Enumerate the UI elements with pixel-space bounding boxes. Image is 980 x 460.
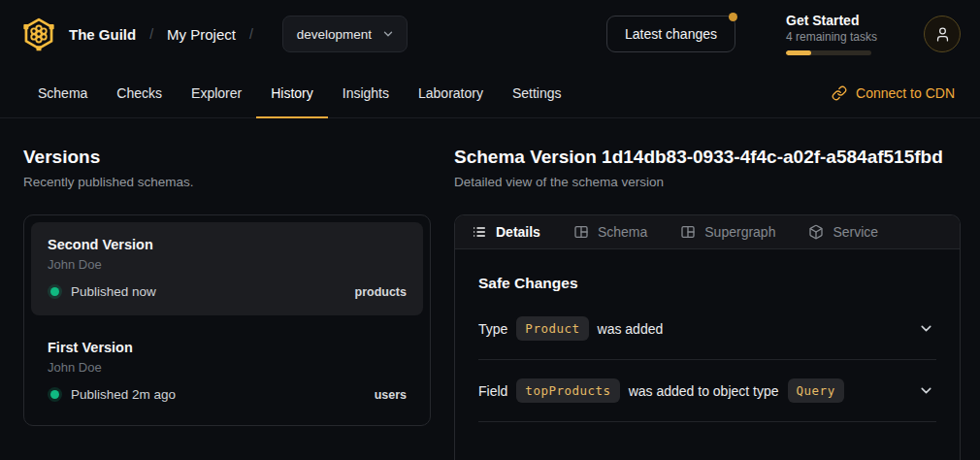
main-nav: Schema Checks Explorer History Insights … (0, 68, 980, 118)
top-header: The Guild / My Project / development Lat… (0, 0, 980, 68)
change-prefix: Type (478, 321, 507, 337)
code-badge: Product (516, 316, 588, 341)
version-name: Second Version (48, 237, 407, 252)
detail-tab-schema[interactable]: Schema (573, 224, 647, 240)
notification-dot (729, 13, 737, 21)
cube-icon (808, 224, 824, 240)
progress-fill (786, 50, 811, 55)
breadcrumb-org[interactable]: The Guild (69, 26, 136, 43)
tab-laboratory[interactable]: Laboratory (404, 68, 498, 117)
code-badge: topProducts (516, 378, 619, 403)
chevron-down-icon[interactable] (918, 320, 934, 337)
version-meta-row: Published 2m ago users (48, 387, 407, 402)
versions-list: Second Version John Doe Published now pr… (23, 214, 431, 426)
user-menu-button[interactable] (924, 16, 961, 52)
version-name: First Version (48, 340, 407, 355)
detail-body: Safe Changes Type Product was added Fiel… (455, 249, 960, 422)
code-badge: Query (788, 378, 844, 403)
version-meta-row: Published now products (48, 284, 407, 299)
get-started-widget[interactable]: Get Started 4 remaining tasks (786, 13, 873, 55)
published-status-dot (50, 287, 59, 296)
target-selector-dropdown[interactable]: development (282, 16, 408, 52)
detail-tabs: Details Schema Sup (455, 215, 960, 249)
detail-tab-label: Supergraph (704, 224, 775, 240)
detail-tab-supergraph[interactable]: Supergraph (680, 224, 775, 240)
hive-logo-icon[interactable] (21, 16, 56, 51)
change-suffix: was added (598, 321, 664, 337)
breadcrumb-separator: / (149, 26, 153, 42)
content-area: Versions Recently published schemas. Sec… (0, 118, 980, 460)
published-time: Published now (71, 284, 156, 299)
change-row-type-added[interactable]: Type Product was added (478, 298, 936, 360)
breadcrumb-separator: / (249, 26, 253, 42)
versions-column: Versions Recently published schemas. Sec… (23, 146, 431, 460)
schema-version-column: Schema Version 1d14db83-0933-4f4c-a02f-a… (454, 146, 961, 460)
target-selector-value: development (297, 27, 372, 42)
service-name: users (375, 388, 407, 402)
latest-changes-button[interactable]: Latest changes (606, 16, 735, 52)
tab-checks[interactable]: Checks (102, 68, 177, 117)
safe-changes-heading: Safe Changes (478, 275, 936, 292)
detail-tab-label: Schema (598, 224, 647, 240)
tab-settings[interactable]: Settings (498, 68, 576, 117)
layout-columns-icon (573, 224, 589, 240)
versions-title: Versions (23, 146, 431, 168)
detail-tab-service[interactable]: Service (808, 224, 878, 240)
chevron-down-icon (381, 27, 395, 41)
change-row-field-added[interactable]: Field topProducts was added to object ty… (478, 360, 936, 422)
version-author: John Doe (48, 360, 407, 375)
tab-explorer[interactable]: Explorer (177, 68, 256, 117)
divider (31, 315, 423, 325)
latest-changes-label: Latest changes (625, 26, 717, 42)
service-name: products (355, 285, 407, 299)
schema-version-subtitle: Detailed view of the schema version (454, 175, 961, 189)
version-list-item-first[interactable]: First Version John Doe Published 2m ago … (31, 325, 423, 418)
versions-subtitle: Recently published schemas. (23, 175, 431, 189)
schema-version-detail-panel: Details Schema Sup (454, 214, 961, 460)
detail-tab-details[interactable]: Details (472, 224, 540, 240)
link-icon (832, 85, 847, 101)
breadcrumb-project[interactable]: My Project (167, 26, 236, 43)
chevron-down-icon[interactable] (918, 382, 934, 399)
tab-schema[interactable]: Schema (23, 68, 102, 117)
version-author: John Doe (48, 257, 407, 272)
change-middle: was added to object type (629, 383, 779, 399)
published-time: Published 2m ago (71, 387, 176, 402)
get-started-progressbar (786, 50, 871, 55)
schema-version-title: Schema Version 1d14db83-0933-4f4c-a02f-a… (454, 146, 961, 168)
change-description: Type Product was added (478, 316, 663, 341)
user-icon (934, 26, 951, 43)
published-status-dot (50, 390, 59, 399)
detail-tab-label: Service (833, 224, 878, 240)
detail-tab-label: Details (496, 224, 540, 240)
change-prefix: Field (478, 383, 507, 399)
header-actions: Latest changes Get Started 4 remaining t… (606, 13, 961, 55)
tab-history[interactable]: History (256, 68, 328, 117)
version-list-item-second[interactable]: Second Version John Doe Published now pr… (31, 222, 423, 315)
connect-to-cdn-label: Connect to CDN (856, 85, 955, 101)
tab-insights[interactable]: Insights (328, 68, 404, 117)
layout-columns-icon (680, 224, 696, 240)
list-icon (472, 224, 487, 240)
change-description: Field topProducts was added to object ty… (478, 378, 844, 403)
connect-to-cdn-link[interactable]: Connect to CDN (832, 68, 961, 117)
get-started-title: Get Started (786, 13, 873, 29)
get-started-subtitle: 4 remaining tasks (786, 30, 873, 45)
